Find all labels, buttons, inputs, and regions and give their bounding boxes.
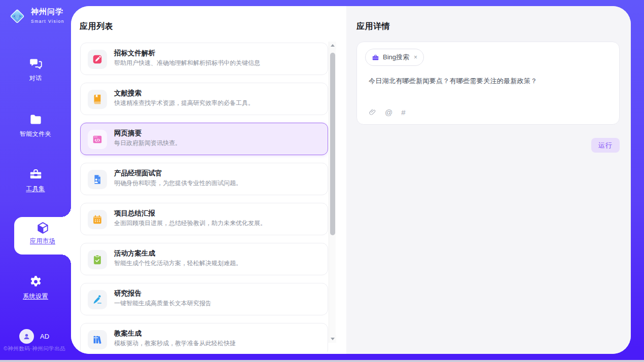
app-detail-title: 应用详情	[356, 21, 390, 32]
app-list-title: 应用列表	[80, 21, 113, 32]
brand-diamond-icon	[8, 7, 26, 25]
app-list: 招标文件解析 帮助用户快速、准确地理解和解析招标书中的关键信息 文献搜索 快速精…	[80, 43, 328, 352]
app-card-title: 项目总结汇报	[114, 209, 155, 218]
app-card-title: 研究报告	[114, 289, 141, 298]
chat-icon	[29, 57, 43, 70]
app-card-title: 文献搜索	[114, 89, 141, 98]
clipboard-check-icon	[88, 250, 107, 269]
app-card-bid-parsing[interactable]: 招标文件解析 帮助用户快速、准确地理解和解析招标书中的关键信息	[80, 43, 328, 75]
arrow-up-icon	[331, 44, 335, 47]
arrow-down-icon	[331, 338, 335, 340]
sidebar-item-label: 系统设置	[0, 292, 71, 301]
copyright-text: ©神州数码·神州问学出品	[4, 345, 65, 352]
sidebar-item-label: 工具集	[0, 185, 71, 193]
sidebar-item-toolset[interactable]: 工具集	[0, 167, 71, 193]
user-initials: AD	[40, 333, 49, 340]
books-icon	[88, 330, 107, 349]
attachment-toolbar: @ #	[369, 108, 406, 116]
app-card-desc: 快速精准查找学术资源，提高研究效率的必备工具。	[114, 99, 254, 107]
sidebar: 神州问学 Smart Vision 对话 智能文件夹 工具集 应用市场	[0, 0, 71, 360]
sidebar-item-label: 对话	[0, 74, 71, 83]
app-card-desc: 模板驱动，教案秒成，教学准备从此轻松快捷	[114, 339, 236, 348]
sidebar-item-label: 智能文件夹	[0, 130, 71, 138]
scrollbar[interactable]	[329, 42, 336, 343]
pen-report-icon	[88, 290, 107, 309]
app-card-desc: 每日政府新闻资讯快查。	[114, 139, 181, 148]
cube-icon	[36, 221, 50, 235]
brand-tagline: Smart Vision	[31, 19, 64, 24]
hash-icon[interactable]: #	[401, 108, 405, 116]
app-card-lesson-plan[interactable]: 教案生成 模板驱动，教案秒成，教学准备从此轻松快捷	[80, 323, 328, 352]
paperclip-icon[interactable]	[369, 108, 376, 116]
scroll-down-button[interactable]	[329, 335, 336, 343]
sidebar-item-app-market[interactable]: 应用市场	[14, 217, 71, 255]
tool-tag-label: Bing搜索	[383, 53, 409, 62]
calendar-icon	[88, 210, 107, 229]
app-card-event-plan[interactable]: 活动方案生成 智能生成个性化活动方案，轻松解决规划难题。	[80, 243, 328, 275]
app-detail-panel: 应用详情 Bing搜索 × 今日湖北有哪些新闻要点？有哪些需要关注的最新政策？ …	[346, 6, 631, 354]
main-panel: 应用列表 招标文件解析 帮助用户快速、准确地理解和解析招标书中的关键信息 文献搜…	[71, 6, 631, 354]
app-card-title: 网页摘要	[114, 129, 141, 138]
app-card-title: 活动方案生成	[114, 249, 155, 258]
at-icon[interactable]: @	[385, 108, 392, 116]
app-list-panel: 应用列表 招标文件解析 帮助用户快速、准确地理解和解析招标书中的关键信息 文献搜…	[71, 6, 346, 354]
app-card-research-report[interactable]: 研究报告 一键智能生成高质量长文本研究报告	[80, 283, 328, 315]
webpage-code-icon	[88, 130, 107, 149]
scroll-up-button[interactable]	[329, 42, 336, 49]
run-button[interactable]: 运行	[591, 138, 620, 153]
person-icon	[22, 332, 31, 341]
brand-logo: 神州问学 Smart Vision	[8, 7, 71, 25]
app-card-project-summary[interactable]: 项目总结汇报 全面回顾项目进展，总结经验教训，助力未来优化发展。	[80, 203, 328, 235]
scroll-thumb[interactable]	[330, 53, 335, 235]
close-icon[interactable]: ×	[414, 54, 417, 61]
book-icon	[88, 90, 107, 109]
prompt-card[interactable]: Bing搜索 × 今日湖北有哪些新闻要点？有哪些需要关注的最新政策？ @ #	[356, 42, 620, 125]
app-card-webpage-summary[interactable]: 网页摘要 每日政府新闻资讯快查。	[80, 123, 328, 155]
sidebar-item-chat[interactable]: 对话	[0, 57, 71, 83]
sidebar-item-settings[interactable]: 系统设置	[0, 275, 71, 301]
app-card-pm-interviewer[interactable]: 产品经理面试官 明确身份和职责，为您提供专业性的面试问题。	[80, 163, 328, 195]
app-card-desc: 全面回顾项目进展，总结经验教训，助力未来优化发展。	[114, 219, 266, 228]
app-card-title: 招标文件解析	[114, 49, 155, 58]
briefcase-icon	[372, 54, 379, 61]
tool-tag-bing-search[interactable]: Bing搜索 ×	[365, 49, 424, 66]
app-card-desc: 一键智能生成高质量长文本研究报告	[114, 299, 211, 308]
gear-icon	[29, 275, 43, 288]
app-card-desc: 智能生成个性化活动方案，轻松解决规划难题。	[114, 259, 242, 268]
app-card-literature-search[interactable]: 文献搜索 快速精准查找学术资源，提高研究效率的必备工具。	[80, 83, 328, 115]
app-card-desc: 明确身份和职责，为您提供专业性的面试问题。	[114, 179, 242, 188]
app-card-desc: 帮助用户快速、准确地理解和解析招标书中的关键信息	[114, 59, 260, 67]
avatar	[19, 329, 34, 344]
app-card-title: 教案生成	[114, 329, 141, 338]
sidebar-item-label: 应用市场	[14, 237, 71, 245]
interviewer-doc-icon	[88, 170, 107, 189]
folder-icon	[29, 113, 43, 126]
edit-square-icon	[88, 50, 107, 69]
query-text[interactable]: 今日湖北有哪些新闻要点？有哪些需要关注的最新政策？	[369, 77, 538, 86]
sidebar-item-smart-folders[interactable]: 智能文件夹	[0, 113, 71, 138]
user-account[interactable]: AD	[19, 329, 49, 344]
bottom-edge	[0, 360, 644, 362]
app-card-title: 产品经理面试官	[114, 169, 162, 178]
toolbox-icon	[29, 167, 43, 181]
brand-name: 神州问学	[31, 7, 63, 16]
